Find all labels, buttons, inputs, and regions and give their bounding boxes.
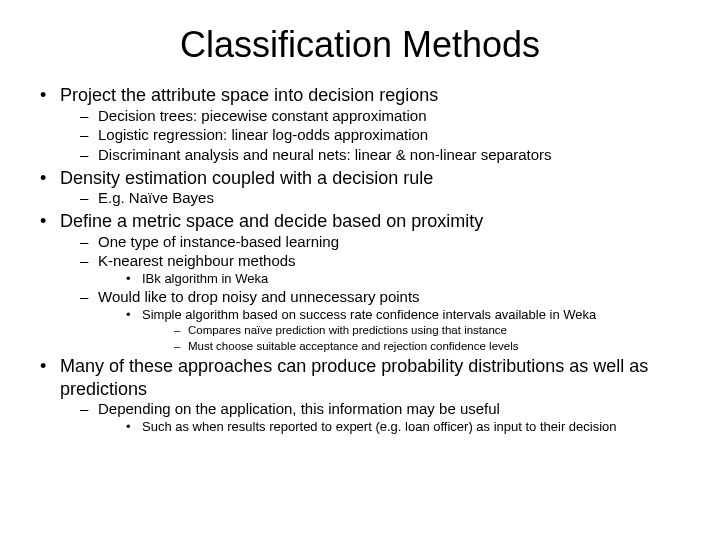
sub-list: E.g. Naïve Bayes [60,189,684,208]
sub-list: One type of instance-based learning K-ne… [60,233,684,354]
sub-list: Depending on the application, this infor… [60,400,684,435]
sub-text: One type of instance-based learning [98,233,339,250]
sub-sub-list: IBk algorithm in Weka [98,271,684,287]
bullet-2: Density estimation coupled with a decisi… [36,167,684,208]
bullet-4: Many of these approaches can produce pro… [36,355,684,435]
sub-text: Would like to drop noisy and unnecessary… [98,288,420,305]
sub-item: E.g. Naïve Bayes [76,189,684,208]
bullet-list: Project the attribute space into decisio… [36,84,684,435]
sub-sub-list: Simple algorithm based on success rate c… [98,307,684,353]
sub-item: Decision trees: piecewise constant appro… [76,107,684,126]
sub-list: Decision trees: piecewise constant appro… [60,107,684,165]
sub-sub-item: Simple algorithm based on success rate c… [122,307,684,353]
sub-text: K-nearest neighbour methods [98,252,296,269]
sub-sub-list: Such as when results reported to expert … [98,419,684,435]
sub-text: Logistic regression: linear log-odds app… [98,126,428,143]
sub-item: One type of instance-based learning [76,233,684,252]
sub-sub-text: IBk algorithm in Weka [142,271,268,286]
sub-sub-text: Such as when results reported to expert … [142,419,617,434]
sub-text: Decision trees: piecewise constant appro… [98,107,427,124]
bullet-3: Define a metric space and decide based o… [36,210,684,353]
sub-text: E.g. Naïve Bayes [98,189,214,206]
sub-item: Logistic regression: linear log-odds app… [76,126,684,145]
slide: Classification Methods Project the attri… [0,0,720,540]
sub-sub-item: Such as when results reported to expert … [122,419,684,435]
deep-list: Compares naïve prediction with predictio… [142,323,684,353]
deep-item: Must choose suitable acceptance and reje… [170,339,684,353]
sub-item: Discriminant analysis and neural nets: l… [76,146,684,165]
bullet-text: Many of these approaches can produce pro… [60,356,648,399]
bullet-text: Density estimation coupled with a decisi… [60,168,433,188]
bullet-text: Project the attribute space into decisio… [60,85,438,105]
sub-sub-item: IBk algorithm in Weka [122,271,684,287]
sub-sub-text: Simple algorithm based on success rate c… [142,307,596,322]
sub-text: Depending on the application, this infor… [98,400,500,417]
sub-text: Discriminant analysis and neural nets: l… [98,146,552,163]
deep-text: Compares naïve prediction with predictio… [188,324,507,336]
deep-text: Must choose suitable acceptance and reje… [188,340,519,352]
sub-item: Depending on the application, this infor… [76,400,684,435]
bullet-1: Project the attribute space into decisio… [36,84,684,165]
bullet-text: Define a metric space and decide based o… [60,211,483,231]
deep-item: Compares naïve prediction with predictio… [170,323,684,337]
sub-item: K-nearest neighbour methods IBk algorith… [76,252,684,287]
sub-item: Would like to drop noisy and unnecessary… [76,288,684,353]
slide-title: Classification Methods [36,24,684,66]
